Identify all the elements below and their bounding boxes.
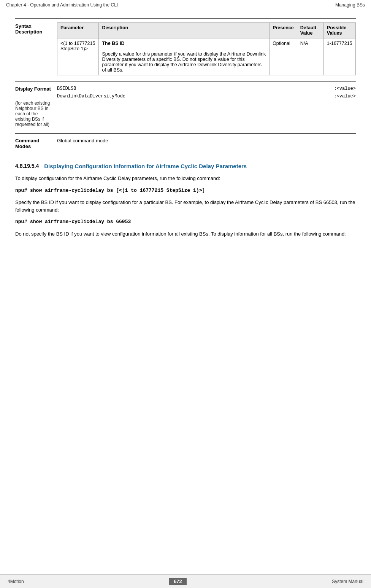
cell-description: The BS ID Specify a value for this param… — [99, 38, 270, 75]
cell-default-value: N/A — [297, 38, 323, 75]
code-name-1: BSIDLSB — [57, 86, 76, 91]
command-modes-label: Command Modes — [15, 138, 57, 149]
col-header-parameter: Parameter — [57, 23, 99, 38]
col-header-presence: Presence — [270, 23, 297, 38]
col-header-possible-values: Possible Values — [323, 23, 355, 38]
col-header-default-value: Default Value — [297, 23, 323, 38]
code-value-2: :<value> — [334, 94, 356, 99]
code-name-2: DownlinkDataDiversityMode — [57, 94, 125, 99]
table-row: <(1 to 16777215 StepSize 1)> The BS ID S… — [57, 38, 356, 75]
parameter-table: Parameter Description Presence Default V… — [57, 22, 356, 75]
section-4-8-19-5-4-heading: 4.8.19.5.4 Displaying Configuration Info… — [15, 163, 356, 169]
section-title: Displaying Configuration Information for… — [44, 163, 247, 169]
footer-page-number: 672 — [169, 578, 187, 585]
command-modes-content: Global command mode — [57, 138, 356, 149]
header-chapter-title: Chapter 4 - Operation and Administration… — [6, 2, 118, 8]
page-header: Chapter 4 - Operation and Administration… — [0, 0, 371, 10]
display-format-sublabel: (for each existing Neighbour BS in each … — [15, 100, 53, 127]
syntax-description-section: Syntax Description Parameter Description… — [15, 18, 356, 81]
cell-possible-values: 1-16777215 — [323, 38, 355, 75]
footer-manual: System Manual — [332, 579, 363, 584]
body-text-1: To display configuration for the Airfram… — [15, 175, 356, 182]
page-footer: 4Motion 672 System Manual — [0, 574, 371, 588]
syntax-description-content: Parameter Description Presence Default V… — [57, 22, 356, 75]
section-number: 4.8.19.5.4 — [15, 163, 39, 169]
cell-description-title: The BS ID — [102, 41, 124, 46]
cell-parameter: <(1 to 16777215 StepSize 1)> — [57, 38, 99, 75]
code-value-1: :<value> — [334, 86, 356, 91]
syntax-description-label: Syntax Description — [15, 22, 57, 75]
body-text-2: Specify the BS ID if you want to display… — [15, 199, 356, 214]
body-text-3: Do not specify the BS ID if you want to … — [15, 230, 356, 238]
code-line-2: DownlinkDataDiversityMode :<value> — [57, 94, 356, 99]
display-format-content: BSIDLSB :<value> DownlinkDataDiversityMo… — [57, 86, 356, 127]
code-line-1: BSIDLSB :<value> — [57, 86, 356, 91]
body-text-command-1: npu# show airframe-cyclicdelay bs [<(1 t… — [15, 187, 356, 194]
cell-presence: Optional — [270, 38, 297, 75]
display-format-label: Display Format (for each existing Neighb… — [15, 86, 57, 127]
footer-brand: 4Motion — [8, 579, 24, 584]
main-content: Syntax Description Parameter Description… — [0, 10, 371, 250]
command-modes-section: Command Modes Global command mode — [15, 133, 356, 157]
body-text-command-2: npu# show airframe-cyclicdelay bs 66053 — [15, 218, 356, 226]
display-format-section: Display Format (for each existing Neighb… — [15, 81, 356, 133]
col-header-description: Description — [99, 23, 270, 38]
cell-description-body: Specify a value for this parameter if yo… — [102, 51, 266, 73]
header-section-title: Managing BSs — [335, 2, 365, 8]
